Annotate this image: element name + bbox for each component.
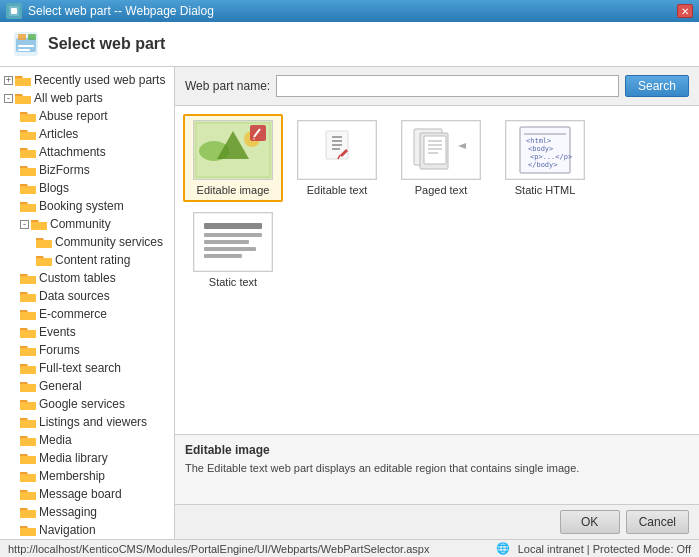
sidebar-item-label: Articles [39,127,78,141]
svg-rect-6 [18,45,34,47]
folder-icon [20,109,36,123]
folder-icon [20,145,36,159]
dialog-title: Select web part [48,35,165,53]
window-title: Select web part -- Webpage Dialog [28,4,214,18]
sidebar-item-label: Content rating [55,253,130,267]
sidebar-item-membership[interactable]: Membership [0,467,174,485]
sidebar-item-community-services[interactable]: Community services [0,233,174,251]
svg-text:<p>...</p>: <p>...</p> [530,153,572,161]
sidebar-item-blogs[interactable]: Blogs [0,179,174,197]
sidebar-item-media[interactable]: Media [0,431,174,449]
expand-icon: + [4,76,13,85]
sidebar-item-label: Listings and viewers [39,415,147,429]
dialog-body: Select web part + Recently used web part… [0,22,699,557]
content-area: + Recently used web parts - All web part… [0,67,699,539]
svg-text:</body>: </body> [528,161,558,169]
folder-icon [20,469,36,483]
svg-rect-44 [204,240,249,244]
folder-icon [15,73,31,87]
sidebar-item-attachments[interactable]: Attachments [0,143,174,161]
webpart-item-paged-text[interactable]: Paged text [391,114,491,202]
sidebar-item-label: Message board [39,487,122,501]
sidebar-item-label: Membership [39,469,105,483]
sidebar-item-label: BizForms [39,163,90,177]
sidebar-item-booking-system[interactable]: Booking system [0,197,174,215]
folder-icon [20,379,36,393]
sidebar-item-label: Abuse report [39,109,108,123]
sidebar-item-listings-viewers[interactable]: Listings and viewers [0,413,174,431]
sidebar-item-general[interactable]: General [0,377,174,395]
sidebar-item-recently-used[interactable]: + Recently used web parts [0,71,174,89]
folder-icon [20,415,36,429]
dialog-header: Select web part [0,22,699,67]
status-url: http://localhost/KenticoCMS/Modules/Port… [8,543,488,555]
folder-icon [20,523,36,537]
sidebar-item-label: Community services [55,235,163,249]
folder-icon [20,361,36,375]
webpart-thumb-editable-text [297,120,377,180]
search-label: Web part name: [185,79,270,93]
search-input[interactable] [276,75,619,97]
sidebar-item-all-web-parts[interactable]: - All web parts [0,89,174,107]
sidebar-item-label: Forums [39,343,80,357]
close-button[interactable]: ✕ [677,4,693,18]
svg-rect-7 [18,49,30,51]
cancel-button[interactable]: Cancel [626,510,689,534]
sidebar-item-custom-tables[interactable]: Custom tables [0,269,174,287]
sidebar-item-label: Messaging [39,505,97,519]
ok-button[interactable]: OK [560,510,620,534]
sidebar-item-label: Data sources [39,289,110,303]
sidebar-item-ecommerce[interactable]: E-commerce [0,305,174,323]
sidebar-item-label-all: All web parts [34,91,103,105]
sidebar-item-community[interactable]: - Community [0,215,174,233]
webpart-item-static-html[interactable]: <html> <body> <p>...</p> </body> Static … [495,114,595,202]
sidebar-item-label: Booking system [39,199,124,213]
status-bar: http://localhost/KenticoCMS/Modules/Port… [0,539,699,557]
sidebar-item-message-board[interactable]: Message board [0,485,174,503]
sidebar-item-fulltext-search[interactable]: Full-text search [0,359,174,377]
folder-icon [20,307,36,321]
folder-open-icon [15,91,31,105]
sidebar-item-google-services[interactable]: Google services [0,395,174,413]
webpart-thumb-paged-text [401,120,481,180]
folder-icon [20,325,36,339]
folder-icon [20,397,36,411]
sidebar-item-events[interactable]: Events [0,323,174,341]
webpart-item-editable-image[interactable]: Editable image [183,114,283,202]
sidebar-item-media-library[interactable]: Media library [0,449,174,467]
webpart-item-editable-text[interactable]: Editable text [287,114,387,202]
sidebar-item-messaging[interactable]: Messaging [0,503,174,521]
sidebar-item-articles[interactable]: Articles [0,125,174,143]
sidebar: + Recently used web parts - All web part… [0,67,175,539]
folder-icon [20,127,36,141]
webpart-item-static-text[interactable]: Static text [183,206,283,294]
sidebar-item-bizforms[interactable]: BizForms [0,161,174,179]
sidebar-item-data-sources[interactable]: Data sources [0,287,174,305]
sidebar-item-label: Custom tables [39,271,116,285]
zone-icon: 🌐 [496,542,510,555]
sidebar-item-label: Community [50,217,111,231]
sidebar-item-forums[interactable]: Forums [0,341,174,359]
sidebar-item-content-rating[interactable]: Content rating [0,251,174,269]
svg-rect-46 [204,254,242,258]
sidebar-item-abuse-report[interactable]: Abuse report [0,107,174,125]
folder-icon [20,433,36,447]
sidebar-item-navigation[interactable]: Navigation [0,521,174,539]
search-bar: Web part name: Search [175,67,699,106]
folder-icon [36,253,52,267]
svg-rect-43 [204,233,262,237]
sidebar-item-label: General [39,379,82,393]
folder-icon [20,199,36,213]
title-icon [6,3,22,19]
webpart-thumb-static-html: <html> <body> <p>...</p> </body> [505,120,585,180]
main-area: Web part name: Search [175,67,699,539]
folder-icon [20,271,36,285]
svg-rect-4 [18,34,26,40]
description-area: Editable image The Editable text web par… [175,434,699,504]
svg-text:<body>: <body> [528,145,553,153]
folder-icon [20,163,36,177]
svg-rect-45 [204,247,256,251]
search-button[interactable]: Search [625,75,689,97]
status-zone: Local intranet | Protected Mode: Off [518,543,691,555]
sidebar-item-label: Events [39,325,76,339]
